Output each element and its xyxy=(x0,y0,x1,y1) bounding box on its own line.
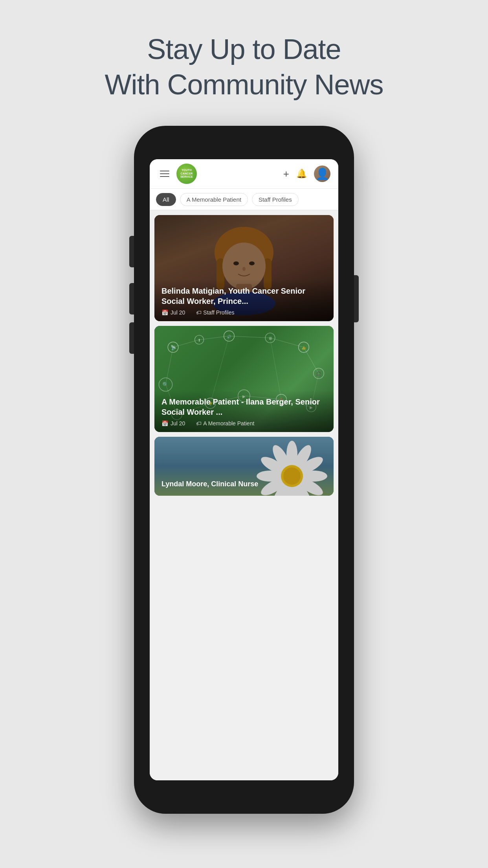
tag-icon-2: 🏷 xyxy=(196,420,202,427)
notification-icon[interactable]: 🔔 xyxy=(296,169,307,179)
tag-label-2: A Memorable Patient xyxy=(203,420,254,427)
calendar-icon-2: 📅 xyxy=(161,420,168,427)
logo-text: YOUTH CANCER SERVICE xyxy=(176,169,197,178)
card-tag-1: 🏷 Staff Profiles xyxy=(196,309,234,316)
card-meta-1: 📅 Jul 20 🏷 Staff Profiles xyxy=(161,309,327,316)
app-header: YOUTH CANCER SERVICE + 🔔 👤 xyxy=(150,159,338,189)
card-date-2: Jul 20 xyxy=(171,420,185,427)
tag-label-1: Staff Profiles xyxy=(203,309,234,316)
avatar[interactable]: 👤 xyxy=(314,166,330,182)
page-headline: Stay Up to Date With Community News xyxy=(105,31,383,102)
svg-text:📡: 📡 xyxy=(171,345,176,350)
card-ilana[interactable]: 📡 ⬆ 🔊 🖥 xyxy=(154,326,334,432)
svg-text:🔍: 🔍 xyxy=(162,381,169,388)
card-meta-2: 📅 Jul 20 🏷 A Memorable Patient xyxy=(161,420,327,427)
card-info-2: A Memorable Patient - Ilana Berger, Seni… xyxy=(154,390,334,432)
svg-text:🎧: 🎧 xyxy=(316,371,322,377)
add-icon[interactable]: + xyxy=(283,168,289,180)
phone-device: YOUTH CANCER SERVICE + 🔔 👤 All A Memorab… xyxy=(134,126,354,814)
svg-line-29 xyxy=(304,347,319,373)
menu-button[interactable] xyxy=(158,168,172,179)
card-date-1: Jul 20 xyxy=(171,309,185,316)
card-info-1: Belinda Matigian, Youth Cancer Senior So… xyxy=(154,280,334,321)
tag-icon-1: 🏷 xyxy=(196,309,202,316)
tab-all[interactable]: All xyxy=(156,193,176,206)
svg-line-28 xyxy=(270,338,304,348)
tab-staff-profiles[interactable]: Staff Profiles xyxy=(252,193,299,206)
avatar-icon: 👤 xyxy=(316,167,329,180)
header-right: + 🔔 👤 xyxy=(283,166,330,182)
card-title-3: Lyndal Moore, Clinical Nurse xyxy=(161,480,327,489)
card-title-2: A Memorable Patient - Ilana Berger, Seni… xyxy=(161,397,327,417)
card-title-1: Belinda Matigian, Youth Cancer Senior So… xyxy=(161,286,327,306)
tab-memorable-patient[interactable]: A Memorable Patient xyxy=(180,193,248,206)
phone-screen: YOUTH CANCER SERVICE + 🔔 👤 All A Memorab… xyxy=(150,159,338,780)
content-area: Belinda Matigian, Youth Cancer Senior So… xyxy=(150,210,338,780)
card-belinda[interactable]: Belinda Matigian, Youth Cancer Senior So… xyxy=(154,215,334,321)
header-left: YOUTH CANCER SERVICE xyxy=(158,164,197,184)
svg-line-27 xyxy=(229,336,270,338)
svg-text:👍: 👍 xyxy=(301,346,306,350)
filter-tabs: All A Memorable Patient Staff Profiles xyxy=(150,189,338,210)
card-tag-2: 🏷 A Memorable Patient xyxy=(196,420,254,427)
card-3-text-area: Lyndal Moore, Clinical Nurse xyxy=(161,480,327,492)
card-lyndal[interactable]: Lyndal Moore, Clinical Nurse xyxy=(154,437,334,496)
app-logo[interactable]: YOUTH CANCER SERVICE xyxy=(176,164,197,184)
calendar-icon-1: 📅 xyxy=(161,309,168,316)
